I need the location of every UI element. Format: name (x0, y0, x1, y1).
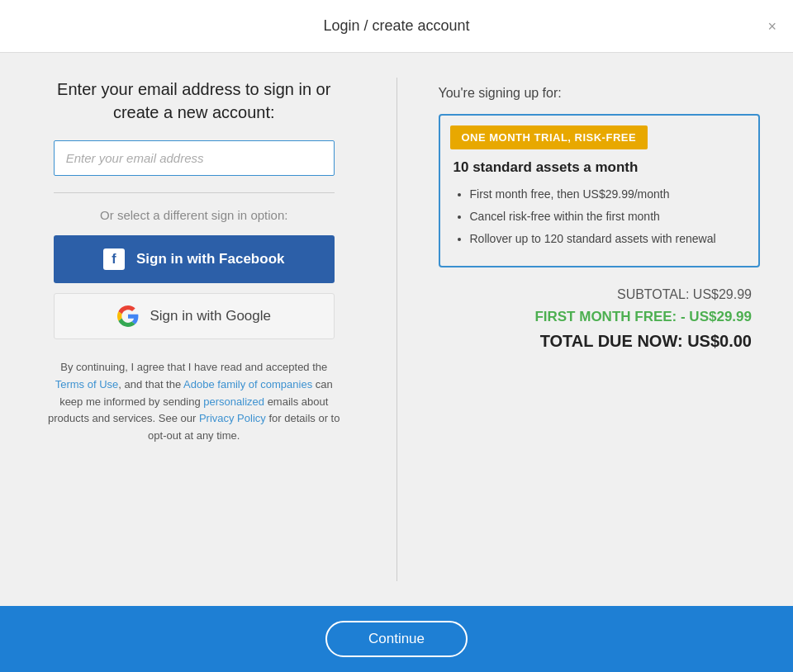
trial-badge: ONE MONTH TRIAL, RISK-FREE (450, 125, 648, 149)
panel-divider (396, 78, 397, 581)
title-bar: Login / create account × (0, 0, 793, 53)
plan-bullet-3: Rollover up to 120 standard assets with … (470, 230, 746, 248)
plan-bullets: First month free, then US$29.99/month Ca… (453, 186, 746, 248)
signing-up-label: You're signing up for: (439, 86, 761, 101)
left-panel: Enter your email address to sign in or c… (33, 78, 355, 581)
total-due-line: TOTAL DUE NOW: US$0.00 (439, 332, 753, 351)
close-button[interactable]: × (767, 19, 776, 34)
section-divider (54, 192, 335, 193)
legal-text: By continuing, I agree that I have read … (45, 359, 343, 445)
footer: Continue (0, 606, 793, 672)
pricing-section: SUBTOTAL: US$29.99 FIRST MONTH FREE: - U… (439, 287, 761, 351)
plan-box: ONE MONTH TRIAL, RISK-FREE 10 standard a… (439, 114, 761, 267)
adobe-family-link[interactable]: Adobe family of companies (183, 378, 312, 390)
facebook-button-label: Sign in with Facebook (136, 251, 284, 267)
facebook-signin-button[interactable]: f Sign in with Facebook (54, 235, 335, 283)
dialog-title: Login / create account (323, 17, 469, 35)
plan-title: 10 standard assets a month (453, 159, 746, 176)
privacy-policy-link[interactable]: Privacy Policy (199, 412, 266, 424)
email-input[interactable] (54, 140, 335, 176)
terms-of-use-link[interactable]: Terms of Use (55, 378, 119, 390)
personalized-link[interactable]: personalized (203, 395, 264, 408)
google-button-label: Sign in with Google (150, 308, 271, 324)
google-icon (117, 305, 139, 327)
subtotal-line: SUBTOTAL: US$29.99 (439, 287, 753, 302)
sign-in-heading: Enter your email address to sign in or c… (33, 78, 355, 124)
legal-text-1: By continuing, I agree that I have read … (60, 361, 327, 373)
facebook-icon: f (103, 248, 125, 270)
continue-button[interactable]: Continue (325, 621, 468, 657)
first-month-free-line: FIRST MONTH FREE: - US$29.99 (439, 309, 753, 325)
plan-details: 10 standard assets a month First month f… (440, 149, 759, 266)
google-signin-button[interactable]: Sign in with Google (54, 293, 335, 339)
legal-text-2: , and that the (118, 378, 183, 390)
plan-bullet-1: First month free, then US$29.99/month (470, 186, 746, 203)
right-panel: You're signing up for: ONE MONTH TRIAL, … (439, 78, 761, 581)
plan-bullet-2: Cancel risk-free within the first month (470, 208, 746, 225)
main-content: Enter your email address to sign in or c… (0, 53, 793, 606)
or-label: Or select a different sign in option: (100, 208, 287, 222)
